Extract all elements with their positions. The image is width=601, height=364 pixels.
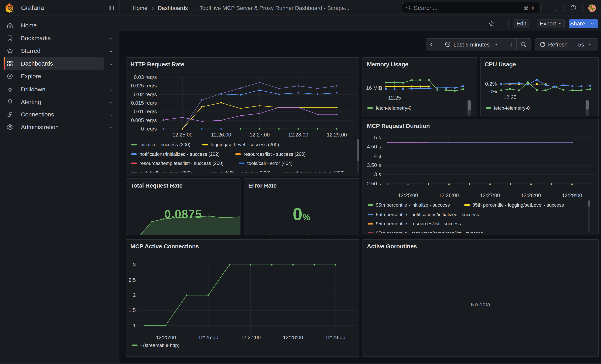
svg-text:3: 3 (133, 262, 136, 268)
svg-text:12:26:00: 12:26:00 (211, 132, 231, 138)
svg-text:12:25:00: 12:25:00 (398, 192, 418, 198)
svg-text:3.50 s: 3.50 s (367, 162, 381, 168)
svg-text:2.5: 2.5 (128, 277, 136, 283)
svg-text:2: 2 (133, 292, 136, 298)
svg-text:12:29:00: 12:29:00 (327, 132, 347, 138)
svg-text:12:28:00: 12:28:00 (521, 192, 541, 198)
svg-text:16 MiB: 16 MiB (366, 85, 382, 91)
svg-text:12:27:00: 12:27:00 (250, 132, 270, 138)
svg-text:12:29:00: 12:29:00 (325, 334, 345, 340)
svg-text:0.005 req/s: 0.005 req/s (131, 117, 157, 123)
svg-text:12:26:00: 12:26:00 (438, 192, 459, 198)
svg-text:12:27:00: 12:27:00 (480, 192, 500, 198)
svg-text:12:28:00: 12:28:00 (283, 334, 303, 340)
svg-text:4 s: 4 s (374, 153, 381, 159)
svg-text:0.03 req/s: 0.03 req/s (134, 74, 157, 80)
svg-text:0.025 req/s: 0.025 req/s (131, 82, 157, 89)
svg-text:0 req/s: 0 req/s (141, 126, 157, 132)
svg-text:0.015 req/s: 0.015 req/s (131, 100, 157, 106)
svg-text:1: 1 (133, 323, 136, 328)
svg-text:12:28:00: 12:28:00 (288, 132, 308, 138)
svg-text:1.5: 1.5 (128, 307, 136, 313)
svg-text:0.02 req/s: 0.02 req/s (134, 91, 157, 97)
svg-text:0%: 0% (489, 88, 497, 94)
svg-text:3 s: 3 s (374, 171, 381, 177)
svg-text:0.2%: 0.2% (485, 81, 497, 87)
svg-text:2.50 s: 2.50 s (367, 180, 381, 186)
svg-text:12:29:00: 12:29:00 (562, 192, 582, 198)
svg-text:4.50 s: 4.50 s (367, 143, 381, 149)
svg-text:12:25:00: 12:25:00 (156, 334, 176, 340)
svg-text:12:27:00: 12:27:00 (240, 334, 260, 340)
svg-text:12:26:00: 12:26:00 (198, 334, 218, 340)
svg-text:5 s: 5 s (374, 134, 381, 140)
svg-text:12:25: 12:25 (388, 95, 401, 100)
svg-text:12:25:00: 12:25:00 (172, 132, 192, 138)
svg-text:12:25: 12:25 (503, 94, 516, 100)
svg-text:0.01 req/s: 0.01 req/s (134, 108, 157, 114)
